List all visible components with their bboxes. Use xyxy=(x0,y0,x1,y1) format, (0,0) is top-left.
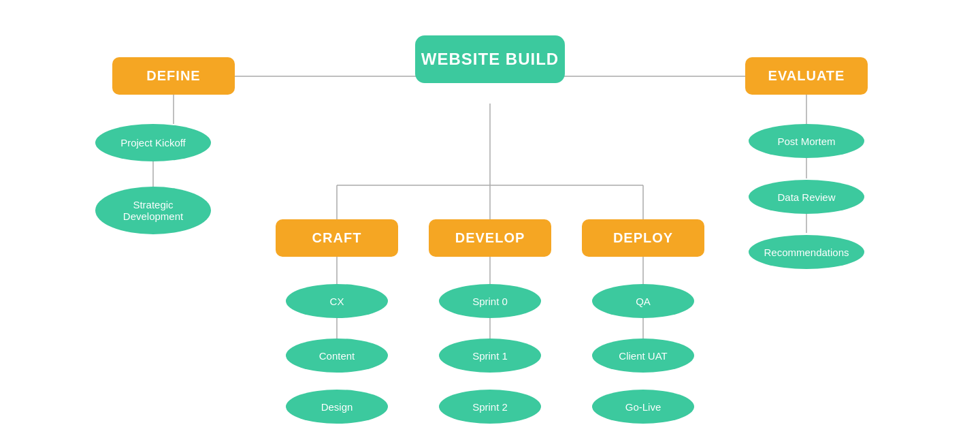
evaluate-node: EVALUATE xyxy=(745,57,868,95)
post-mortem-node: Post Mortem xyxy=(749,124,864,158)
sprint1-node: Sprint 1 xyxy=(439,339,541,373)
sprint2-node: Sprint 2 xyxy=(439,390,541,424)
project-kickoff-node: Project Kickoff xyxy=(95,124,211,161)
craft-node: CRAFT xyxy=(276,219,398,257)
go-live-node: Go-Live xyxy=(592,390,694,424)
define-node: DEFINE xyxy=(112,57,235,95)
develop-node: DEVELOP xyxy=(429,219,551,257)
client-uat-node: Client UAT xyxy=(592,339,694,373)
data-review-node: Data Review xyxy=(749,180,864,214)
deploy-node: DEPLOY xyxy=(582,219,704,257)
content-node: Content xyxy=(286,339,388,373)
strategic-development-node: Strategic Development xyxy=(95,187,211,234)
sprint0-node: Sprint 0 xyxy=(439,284,541,318)
qa-node: QA xyxy=(592,284,694,318)
cx-node: CX xyxy=(286,284,388,318)
diagram: WEBSITE BUILD DEFINE Project Kickoff Str… xyxy=(20,15,960,410)
recommendations-node: Recommendations xyxy=(749,235,864,269)
design-node: Design xyxy=(286,390,388,424)
root-node: WEBSITE BUILD xyxy=(415,35,565,83)
